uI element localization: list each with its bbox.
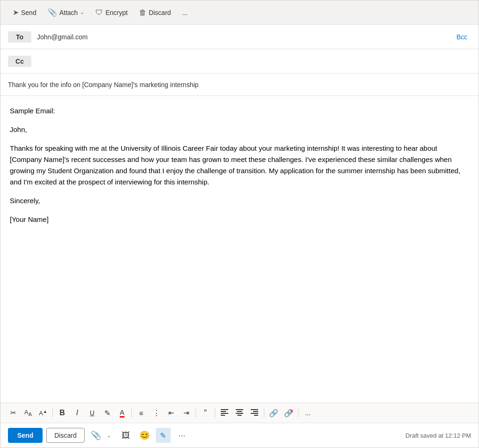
format-toolbar: ✂ AA A▲ B I U ✎ A ≡ ⋮ ⇤ xyxy=(0,403,479,423)
bottom-bar: Send Discard 📎 ⌄ 🖼 😊 ✎ ··· Draft saved a… xyxy=(0,423,479,448)
fmt-sep-3 xyxy=(196,408,196,418)
increase-indent-button[interactable]: ⇥ xyxy=(179,406,193,420)
link-icon: 🔗 xyxy=(269,409,278,418)
cc-label-button[interactable]: Cc xyxy=(8,56,31,67)
font-size-up-icon: A▲ xyxy=(39,409,47,417)
body-area[interactable]: Sample Email: John, Thanks for speaking … xyxy=(0,96,479,403)
body-editor[interactable]: Sample Email: John, Thanks for speaking … xyxy=(10,105,469,225)
discard-toolbar-button[interactable]: 🗑 Discard xyxy=(134,6,175,20)
cc-field-row: Cc xyxy=(0,49,479,73)
bold-label: B xyxy=(59,409,65,417)
send-icon: ➤ xyxy=(13,8,19,17)
cc-input[interactable] xyxy=(31,54,471,69)
attach-group: 📎 ⌄ xyxy=(88,428,115,443)
decrease-indent-icon: ⇤ xyxy=(168,409,174,417)
highlight-icon: ✎ xyxy=(104,409,110,418)
discard-icon: 🗑 xyxy=(139,8,146,17)
send-toolbar-button[interactable]: ➤ Send xyxy=(8,5,41,20)
attach-icon: 📎 xyxy=(48,8,57,17)
bullets-icon: ≡ xyxy=(139,409,144,417)
font-size-label: AA xyxy=(24,409,32,417)
svg-rect-7 xyxy=(238,415,242,416)
increase-indent-icon: ⇥ xyxy=(183,409,189,417)
more-format-label: ... xyxy=(305,409,311,417)
numbering-button[interactable]: ⋮ xyxy=(149,406,163,420)
email-compose-window: ➤ Send 📎 Attach ⌄ 🛡 Encrypt 🗑 Discard ..… xyxy=(0,0,479,448)
attach-dropdown-button[interactable]: ⌄ xyxy=(103,428,115,443)
body-line2: John, xyxy=(10,124,469,135)
svg-rect-10 xyxy=(251,413,258,414)
align-right-button[interactable] xyxy=(247,406,261,420)
decrease-indent-button[interactable]: ⇤ xyxy=(164,406,178,420)
bold-button[interactable]: B xyxy=(55,406,69,420)
body-line4: Sincerely, xyxy=(10,195,469,206)
italic-label: I xyxy=(76,409,78,417)
svg-rect-0 xyxy=(221,409,228,410)
underline-label: U xyxy=(90,409,94,417)
emoji-button[interactable]: 😊 xyxy=(137,428,152,443)
quote-button[interactable]: ” xyxy=(198,406,212,420)
discard-button[interactable]: Discard xyxy=(46,428,84,443)
fmt-sep-2 xyxy=(131,408,132,418)
svg-rect-1 xyxy=(221,411,226,412)
svg-rect-8 xyxy=(251,409,258,410)
encrypt-toolbar-button[interactable]: 🛡 Encrypt xyxy=(91,6,132,20)
italic-button[interactable]: I xyxy=(70,406,84,420)
subject-input[interactable] xyxy=(8,77,471,92)
bullets-button[interactable]: ≡ xyxy=(134,406,148,420)
subject-row xyxy=(0,73,479,96)
to-input[interactable] xyxy=(31,29,453,44)
font-size-button[interactable]: AA xyxy=(21,406,35,420)
align-center-button[interactable] xyxy=(232,406,247,420)
send-button[interactable]: Send xyxy=(8,428,43,443)
insert-image-button[interactable]: 🖼 xyxy=(118,428,133,443)
image-icon: 🖼 xyxy=(122,431,130,441)
svg-rect-2 xyxy=(221,413,228,414)
attach-dropdown-icon: ⌄ xyxy=(80,9,84,15)
more-toolbar-button[interactable]: ... xyxy=(177,6,192,19)
bcc-link[interactable]: Bcc xyxy=(453,31,471,43)
fmt-sep-5 xyxy=(264,408,264,418)
align-left-icon xyxy=(221,409,228,417)
svg-rect-6 xyxy=(236,413,243,414)
more-toolbar-label: ... xyxy=(182,9,188,16)
insert-link-button[interactable]: 🔗 xyxy=(267,406,281,420)
format-style-icon: ✂ xyxy=(10,409,16,417)
attach-bottom-button[interactable]: 📎 xyxy=(88,428,103,443)
body-line5: [Your Name] xyxy=(10,214,469,225)
encrypt-toolbar-label: Encrypt xyxy=(105,9,127,16)
font-color-button[interactable]: A xyxy=(115,406,129,420)
unlink-icon: 🔗 ✕ xyxy=(284,409,293,418)
svg-rect-9 xyxy=(253,411,258,412)
attach-toolbar-button[interactable]: 📎 Attach ⌄ xyxy=(43,5,89,20)
send-toolbar-label: Send xyxy=(21,9,36,16)
more-format-button[interactable]: ... xyxy=(301,406,315,420)
svg-rect-5 xyxy=(237,411,242,412)
fmt-sep-6 xyxy=(298,408,298,418)
format-style-button[interactable]: ✂ xyxy=(6,406,20,420)
emoji-icon: 😊 xyxy=(139,430,150,441)
font-color-icon: A xyxy=(120,408,124,418)
align-left-button[interactable] xyxy=(218,406,232,420)
body-line1: Sample Email: xyxy=(10,105,469,117)
svg-rect-11 xyxy=(254,415,258,416)
svg-rect-4 xyxy=(236,409,243,410)
font-size-up-button[interactable]: A▲ xyxy=(36,406,50,420)
to-field-row: To Bcc xyxy=(0,25,479,49)
align-right-icon xyxy=(251,409,258,417)
remove-link-button[interactable]: 🔗 ✕ xyxy=(282,406,296,420)
to-label-button[interactable]: To xyxy=(8,31,31,43)
attach-dropdown-chevron: ⌄ xyxy=(107,433,111,439)
top-toolbar: ➤ Send 📎 Attach ⌄ 🛡 Encrypt 🗑 Discard ..… xyxy=(0,0,479,25)
attach-bottom-icon: 📎 xyxy=(91,430,101,441)
quote-label: ” xyxy=(204,408,207,418)
attach-toolbar-label: Attach xyxy=(59,9,78,16)
dictate-icon: ✎ xyxy=(160,431,166,440)
discard-toolbar-label: Discard xyxy=(149,9,171,16)
highlight-button[interactable]: ✎ xyxy=(100,406,114,420)
more-bottom-button[interactable]: ··· xyxy=(174,428,189,443)
numbering-icon: ⋮ xyxy=(153,409,160,417)
dictate-button[interactable]: ✎ xyxy=(156,428,171,443)
align-center-icon xyxy=(236,409,243,417)
underline-button[interactable]: U xyxy=(85,406,99,420)
